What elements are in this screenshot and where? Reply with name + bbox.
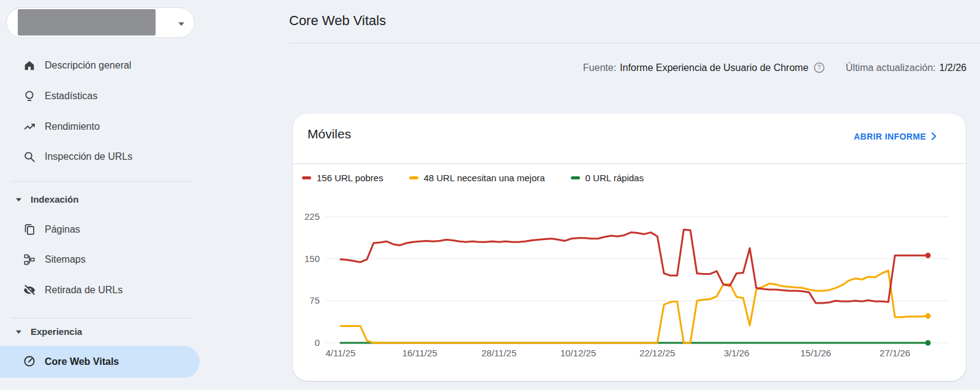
sidebar-item-rendimiento[interactable]: Rendimiento xyxy=(0,111,202,142)
search-icon xyxy=(22,149,37,164)
y-tick-label: 225 xyxy=(304,211,320,222)
sidebar-item-label: Rendimiento xyxy=(45,121,100,132)
property-name-redacted xyxy=(18,9,156,36)
svg-text:?: ? xyxy=(817,64,821,71)
pages-icon xyxy=(22,222,37,237)
sidebar-section-label: Indexación xyxy=(31,194,78,204)
sidebar-item-label: Páginas xyxy=(45,224,80,235)
sidebar-item-label: Core Web Vitals xyxy=(45,356,119,367)
sidebar-item-label: Inspección de URLs xyxy=(45,151,132,162)
sidebar-item-paginas[interactable]: Páginas xyxy=(0,214,202,245)
mobile-cwv-card: Móviles ABRIR INFORME 156 URL pobres 48 … xyxy=(293,114,966,381)
y-tick-label: 150 xyxy=(304,253,320,264)
legend-swatch-green xyxy=(571,176,580,179)
report-source-row: Fuente: Informe Experiencia de Usuario d… xyxy=(583,62,967,73)
sidebar-section-label: Experiencia xyxy=(31,326,82,337)
series-line-pobres xyxy=(341,230,928,303)
sidebar-divider xyxy=(11,181,192,182)
sidebar-item-core-web-vitals[interactable]: Core Web Vitals xyxy=(0,346,200,378)
series-end-dot-rapidas xyxy=(925,340,931,346)
source-label: Fuente: xyxy=(583,62,616,73)
search-console-page: Descripción general Estadísticas Rendimi… xyxy=(0,0,980,390)
x-tick-label: 3/1/26 xyxy=(724,348,750,358)
caret-down-icon xyxy=(15,328,23,336)
x-tick-label: 22/12/25 xyxy=(639,348,675,358)
cwv-trend-chart[interactable]: 0751502254/11/2516/11/2528/11/2510/12/25… xyxy=(293,206,954,377)
open-report-label: ABRIR INFORME xyxy=(854,132,926,141)
card-header-divider xyxy=(293,163,966,164)
sidebar-divider xyxy=(11,318,192,318)
eye-off-icon xyxy=(22,283,37,298)
caret-down-icon xyxy=(15,195,23,203)
series-line-mejora xyxy=(341,271,928,343)
y-tick-label: 75 xyxy=(309,295,320,306)
series-end-dot-mejora xyxy=(925,313,931,319)
x-tick-label: 10/12/25 xyxy=(560,348,596,358)
last-update-label: Última actualización: xyxy=(846,62,936,73)
speedometer-icon xyxy=(22,354,37,369)
y-tick-label: 0 xyxy=(315,337,320,348)
property-selector[interactable] xyxy=(6,7,195,38)
x-tick-label: 16/11/25 xyxy=(402,348,437,358)
sidebar-item-inspeccion-urls[interactable]: Inspección de URLs xyxy=(0,141,202,172)
x-tick-label: 4/11/25 xyxy=(326,348,356,358)
sidebar-item-label: Retirada de URLs xyxy=(45,285,123,296)
sidebar-item-label: Estadísticas xyxy=(45,91,97,102)
legend-swatch-orange xyxy=(409,176,418,179)
sidebar-item-estadisticas[interactable]: Estadísticas xyxy=(0,81,202,111)
home-icon xyxy=(22,58,37,73)
legend-item-pobres[interactable]: 156 URL pobres xyxy=(302,173,383,183)
sidebar-item-sitemaps[interactable]: Sitemaps xyxy=(0,244,202,275)
legend-swatch-red xyxy=(302,176,311,179)
sidebar-item-descripcion-general[interactable]: Descripción general xyxy=(0,50,202,81)
chevron-right-icon xyxy=(929,131,939,141)
last-update-value: 1/2/26 xyxy=(940,62,967,73)
x-tick-label: 15/1/26 xyxy=(801,348,831,358)
sidebar-item-retirada-urls[interactable]: Retirada de URLs xyxy=(0,275,202,306)
series-end-dot-pobres xyxy=(925,253,931,258)
page-title: Core Web Vitals xyxy=(289,13,386,29)
legend-item-mejora[interactable]: 48 URL necesitan una mejora xyxy=(409,173,545,183)
x-tick-label: 27/1/26 xyxy=(880,348,910,358)
source-value: Informe Experiencia de Usuario de Chrome xyxy=(620,62,809,73)
legend-item-rapidas[interactable]: 0 URL rápidas xyxy=(571,173,644,183)
sitemap-icon xyxy=(22,252,37,267)
sidebar-section-indexacion[interactable]: Indexación xyxy=(0,187,202,211)
open-report-link[interactable]: ABRIR INFORME xyxy=(854,131,939,141)
lightbulb-icon xyxy=(22,89,37,103)
sidebar-item-label: Descripción general xyxy=(45,60,131,71)
sidebar-section-experiencia[interactable]: Experiencia xyxy=(0,319,202,343)
card-title: Móviles xyxy=(307,127,351,141)
caret-down-icon xyxy=(177,20,186,28)
help-icon[interactable]: ? xyxy=(813,62,825,73)
trending-up-icon xyxy=(22,119,37,134)
chart-legend: 156 URL pobres 48 URL necesitan una mejo… xyxy=(302,173,644,183)
header-divider xyxy=(289,43,980,43)
sidebar-item-label: Sitemaps xyxy=(45,254,86,265)
cwv-chart-svg: 0751502254/11/2516/11/2528/11/2510/12/25… xyxy=(293,206,954,377)
x-tick-label: 28/11/25 xyxy=(481,348,516,358)
